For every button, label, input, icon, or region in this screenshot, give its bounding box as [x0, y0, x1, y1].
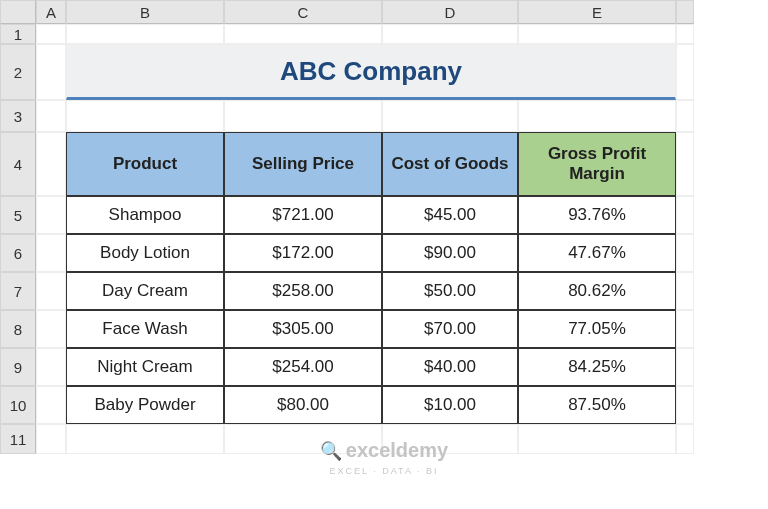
- row-header-2[interactable]: 2: [0, 44, 36, 100]
- cell-A3[interactable]: [36, 100, 66, 132]
- cell-E6[interactable]: 47.67%: [518, 234, 676, 272]
- row-header-1[interactable]: 1: [0, 24, 36, 44]
- cell-F9[interactable]: [676, 348, 694, 386]
- cell-B11[interactable]: [66, 424, 224, 454]
- cell-F6[interactable]: [676, 234, 694, 272]
- cell-E3[interactable]: [518, 100, 676, 132]
- cell-D8[interactable]: $70.00: [382, 310, 518, 348]
- col-header-C[interactable]: C: [224, 0, 382, 24]
- cell-F8[interactable]: [676, 310, 694, 348]
- cell-B5[interactable]: Shampoo: [66, 196, 224, 234]
- cell-A11[interactable]: [36, 424, 66, 454]
- cell-D9[interactable]: $40.00: [382, 348, 518, 386]
- cell-D7[interactable]: $50.00: [382, 272, 518, 310]
- cell-E9[interactable]: 84.25%: [518, 348, 676, 386]
- cell-F5[interactable]: [676, 196, 694, 234]
- header-gross-profit-margin[interactable]: Gross Profit Margin: [518, 132, 676, 196]
- cell-B10[interactable]: Baby Powder: [66, 386, 224, 424]
- row-header-9[interactable]: 9: [0, 348, 36, 386]
- cell-E1[interactable]: [518, 24, 676, 44]
- cell-F4[interactable]: [676, 132, 694, 196]
- col-header-E[interactable]: E: [518, 0, 676, 24]
- row-header-3[interactable]: 3: [0, 100, 36, 132]
- cell-C7[interactable]: $258.00: [224, 272, 382, 310]
- cell-A9[interactable]: [36, 348, 66, 386]
- row-header-4[interactable]: 4: [0, 132, 36, 196]
- cell-C6[interactable]: $172.00: [224, 234, 382, 272]
- cell-A2[interactable]: [36, 44, 66, 100]
- header-cost-of-goods[interactable]: Cost of Goods: [382, 132, 518, 196]
- cell-E10[interactable]: 87.50%: [518, 386, 676, 424]
- cell-B9[interactable]: Night Cream: [66, 348, 224, 386]
- cell-F1[interactable]: [676, 24, 694, 44]
- cell-D6[interactable]: $90.00: [382, 234, 518, 272]
- watermark-subtitle: EXCEL · DATA · BI: [330, 466, 439, 476]
- row-header-7[interactable]: 7: [0, 272, 36, 310]
- spreadsheet-grid: A B C D E 1 2 3 4 5 6 7 8 9 10 11 ABC Co…: [0, 0, 768, 454]
- cell-D10[interactable]: $10.00: [382, 386, 518, 424]
- cell-B3[interactable]: [66, 100, 224, 132]
- cell-C9[interactable]: $254.00: [224, 348, 382, 386]
- cell-F10[interactable]: [676, 386, 694, 424]
- cell-A6[interactable]: [36, 234, 66, 272]
- cell-E5[interactable]: 93.76%: [518, 196, 676, 234]
- row-header-11[interactable]: 11: [0, 424, 36, 454]
- cell-B7[interactable]: Day Cream: [66, 272, 224, 310]
- header-selling-price[interactable]: Selling Price: [224, 132, 382, 196]
- cell-E11[interactable]: [518, 424, 676, 454]
- cell-A4[interactable]: [36, 132, 66, 196]
- cell-D11[interactable]: [382, 424, 518, 454]
- cell-A1[interactable]: [36, 24, 66, 44]
- cell-C1[interactable]: [224, 24, 382, 44]
- cell-C8[interactable]: $305.00: [224, 310, 382, 348]
- col-header-tail: [676, 0, 694, 24]
- select-all-corner[interactable]: [0, 0, 36, 24]
- cell-F11[interactable]: [676, 424, 694, 454]
- cell-D1[interactable]: [382, 24, 518, 44]
- cell-E7[interactable]: 80.62%: [518, 272, 676, 310]
- cell-B8[interactable]: Face Wash: [66, 310, 224, 348]
- company-title[interactable]: ABC Company: [66, 44, 676, 100]
- cell-A5[interactable]: [36, 196, 66, 234]
- cell-D5[interactable]: $45.00: [382, 196, 518, 234]
- cell-E8[interactable]: 77.05%: [518, 310, 676, 348]
- col-header-A[interactable]: A: [36, 0, 66, 24]
- cell-C10[interactable]: $80.00: [224, 386, 382, 424]
- row-header-10[interactable]: 10: [0, 386, 36, 424]
- cell-C3[interactable]: [224, 100, 382, 132]
- cell-A8[interactable]: [36, 310, 66, 348]
- cell-F3[interactable]: [676, 100, 694, 132]
- row-header-6[interactable]: 6: [0, 234, 36, 272]
- cell-F2[interactable]: [676, 44, 694, 100]
- row-header-5[interactable]: 5: [0, 196, 36, 234]
- cell-B6[interactable]: Body Lotion: [66, 234, 224, 272]
- cell-C11[interactable]: [224, 424, 382, 454]
- cell-A10[interactable]: [36, 386, 66, 424]
- row-header-8[interactable]: 8: [0, 310, 36, 348]
- cell-D3[interactable]: [382, 100, 518, 132]
- cell-C5[interactable]: $721.00: [224, 196, 382, 234]
- cell-B1[interactable]: [66, 24, 224, 44]
- col-header-D[interactable]: D: [382, 0, 518, 24]
- header-product[interactable]: Product: [66, 132, 224, 196]
- cell-A7[interactable]: [36, 272, 66, 310]
- col-header-B[interactable]: B: [66, 0, 224, 24]
- cell-F7[interactable]: [676, 272, 694, 310]
